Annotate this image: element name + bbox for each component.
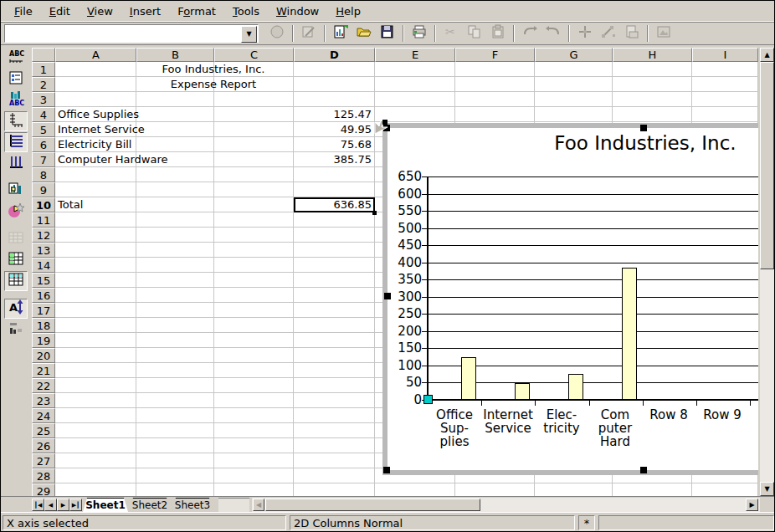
y-axis-label[interactable]: 600: [388, 187, 422, 202]
axes-title-button[interactable]: ABC: [4, 90, 28, 110]
row-header-12[interactable]: 12: [32, 228, 55, 243]
y-axis-label[interactable]: 400: [388, 255, 422, 270]
cell-A6[interactable]: Electricity Bill: [55, 137, 136, 152]
x-category-label[interactable]: Row 8: [643, 408, 695, 422]
cell-B2[interactable]: Expense Report: [136, 77, 290, 92]
y-axis-label[interactable]: 50: [388, 375, 422, 390]
row-header-13[interactable]: 13: [32, 243, 55, 258]
autoformat-button[interactable]: [4, 202, 28, 222]
x-axis-line[interactable]: [428, 399, 758, 401]
y-axis-label[interactable]: 350: [388, 272, 422, 287]
row-header-8[interactable]: 8: [32, 167, 55, 182]
next-sheet-button[interactable]: ▶: [57, 499, 69, 511]
menu-edit[interactable]: Edit: [41, 3, 79, 19]
scroll-up-button[interactable]: ▲: [760, 48, 774, 62]
cell-D5[interactable]: 49.95: [294, 122, 374, 137]
y-axis-line[interactable]: [427, 176, 429, 400]
reorganize-chart-button[interactable]: [4, 320, 28, 340]
horizontal-grid-button[interactable]: [4, 132, 28, 152]
select-all-corner[interactable]: [32, 48, 55, 62]
chart-frame-bottom[interactable]: [382, 470, 758, 475]
row-header-24[interactable]: 24: [32, 408, 55, 423]
row-header-23[interactable]: 23: [32, 393, 55, 408]
last-sheet-button[interactable]: ▶┃: [69, 499, 82, 511]
save-button[interactable]: [377, 23, 398, 43]
chart-handle-bottom-center[interactable]: [640, 467, 647, 473]
row-header-19[interactable]: 19: [32, 333, 55, 348]
print-button[interactable]: [408, 23, 430, 43]
row-header-21[interactable]: 21: [32, 363, 55, 378]
chart-handle-bottom-left[interactable]: [383, 467, 390, 473]
menu-view[interactable]: View: [79, 3, 121, 19]
vertical-scroll-thumb[interactable]: [760, 62, 774, 269]
column-header-I[interactable]: I: [692, 48, 758, 62]
data-in-rows-button[interactable]: [4, 250, 28, 270]
first-sheet-button[interactable]: ┃◀: [32, 499, 44, 511]
hscroll-right-button[interactable]: ▶: [746, 499, 758, 511]
y-axis-label[interactable]: 0: [388, 392, 422, 407]
data-in-columns-button[interactable]: [4, 271, 28, 291]
vertical-grid-button[interactable]: [4, 153, 28, 173]
scale-text-button[interactable]: A: [4, 299, 28, 319]
cell-D6[interactable]: 75.68: [294, 137, 374, 152]
row-header-9[interactable]: 9: [32, 182, 55, 197]
y-axis-label[interactable]: 450: [388, 238, 422, 253]
column-header-H[interactable]: H: [613, 48, 692, 62]
chart-handle-top-center[interactable]: [640, 125, 647, 131]
combobox-dropdown-button[interactable]: ▼: [241, 26, 257, 43]
x-category-label[interactable]: Elec-tricity: [536, 408, 588, 435]
bar-office-supplies[interactable]: [461, 357, 476, 401]
chart-title[interactable]: Foo Industries, Inc.: [554, 132, 736, 154]
url-input[interactable]: [5, 25, 240, 42]
column-header-E[interactable]: E: [375, 48, 455, 62]
menu-window[interactable]: Window: [268, 3, 327, 19]
menu-help[interactable]: Help: [327, 3, 369, 19]
cell-A10[interactable]: Total: [55, 197, 136, 212]
cell-D7[interactable]: 385.75: [294, 152, 374, 167]
column-header-C[interactable]: C: [214, 48, 294, 62]
row-header-27[interactable]: 27: [32, 453, 55, 468]
column-header-D[interactable]: D: [294, 48, 375, 62]
x-category-label[interactable]: Row 9: [696, 408, 748, 422]
column-header-B[interactable]: B: [136, 48, 214, 62]
row-header-26[interactable]: 26: [32, 438, 55, 453]
y-axis-label[interactable]: 200: [388, 324, 422, 339]
sheet-tab-sheet2[interactable]: Sheet2: [129, 498, 171, 512]
cell-A4[interactable]: Office Supplies: [55, 107, 136, 122]
column-header-F[interactable]: F: [455, 48, 535, 62]
bar-electricity[interactable]: [568, 374, 583, 400]
row-header-4[interactable]: 4: [32, 107, 55, 122]
menu-tools[interactable]: Tools: [224, 3, 268, 19]
chart-type-button[interactable]: [4, 181, 28, 201]
fill-handle[interactable]: [372, 211, 377, 215]
x-category-label[interactable]: OfficeSup-plies: [429, 408, 480, 448]
open-button[interactable]: [353, 23, 375, 43]
chart-object[interactable]: Foo Industries, Inc. 0501001502002503003…: [382, 123, 758, 475]
column-header-G[interactable]: G: [535, 48, 613, 62]
chart-title-button[interactable]: ABC: [4, 49, 28, 69]
row-header-28[interactable]: 28: [32, 468, 55, 483]
row-header-25[interactable]: 25: [32, 423, 55, 438]
cell-B1[interactable]: Foo Industries, Inc.: [136, 62, 290, 77]
row-header-7[interactable]: 7: [32, 152, 55, 167]
bar-computer-hardware[interactable]: [622, 268, 637, 401]
row-header-1[interactable]: 1: [32, 62, 55, 77]
scroll-down-button[interactable]: ▼: [760, 482, 774, 496]
x-axis-selection-handle[interactable]: [423, 395, 433, 404]
legend-button[interactable]: [4, 69, 28, 90]
row-header-2[interactable]: 2: [32, 77, 55, 92]
x-category-label[interactable]: ComputerHard: [589, 408, 641, 448]
sheet-tab-sheet1[interactable]: Sheet1: [83, 498, 128, 512]
row-header-5[interactable]: 5: [32, 122, 55, 137]
sheet-tab-sheet3[interactable]: Sheet3: [172, 498, 213, 512]
cell-D4[interactable]: 125.47: [294, 107, 374, 122]
active-cell-border[interactable]: [294, 197, 375, 212]
row-header-15[interactable]: 15: [32, 273, 55, 288]
y-axis-label[interactable]: 250: [388, 306, 422, 321]
row-header-16[interactable]: 16: [32, 288, 55, 303]
cell-A5[interactable]: Internet Service: [55, 122, 136, 137]
row-header-6[interactable]: 6: [32, 137, 55, 152]
row-header-18[interactable]: 18: [32, 318, 55, 333]
y-axis-label[interactable]: 500: [388, 221, 422, 236]
previous-sheet-button[interactable]: ◀: [44, 499, 57, 511]
